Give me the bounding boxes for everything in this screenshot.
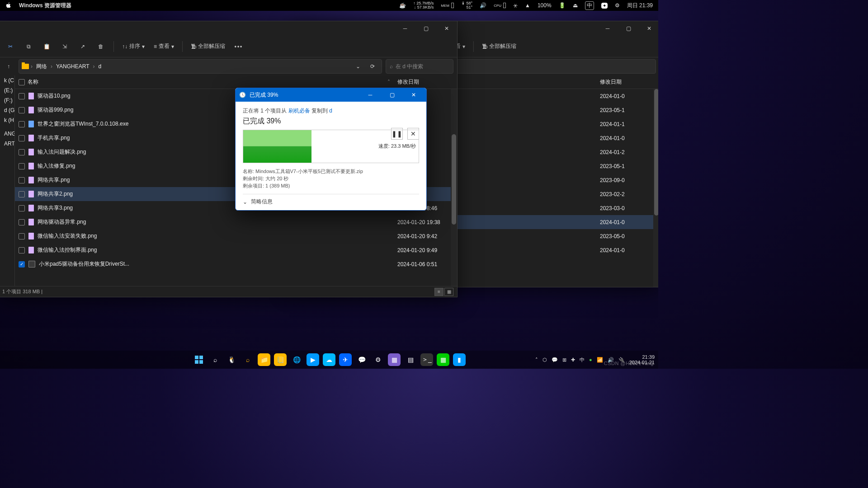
rename-button[interactable]: ⇲ bbox=[57, 38, 73, 55]
row-checkbox[interactable] bbox=[19, 191, 25, 197]
task-app-7[interactable]: ▦ bbox=[388, 353, 401, 366]
settings-icon[interactable]: ⚙ bbox=[372, 353, 384, 366]
dialog-minimize[interactable]: ─ bbox=[361, 88, 379, 102]
extract-button[interactable]: 🗜 全部解压缩 bbox=[478, 38, 520, 55]
icons-view-button[interactable]: ▦ bbox=[444, 288, 453, 296]
table-row[interactable]: 微信输入法控制界面.png2024-01-20 9:49 bbox=[15, 243, 457, 257]
row-checkbox[interactable] bbox=[19, 233, 25, 239]
tray-icon-2[interactable]: ⊞ bbox=[562, 357, 566, 363]
maximize-button[interactable]: ▢ bbox=[618, 21, 639, 36]
history-dropdown[interactable]: ⌄ bbox=[352, 60, 364, 73]
extract-button[interactable]: 🗜 全部解压缩 bbox=[187, 38, 229, 55]
table-row[interactable]: 微信输入法安装失败.png2024-01-20 9:42 bbox=[15, 229, 457, 243]
row-checkbox[interactable] bbox=[19, 163, 25, 169]
row-checkbox[interactable] bbox=[19, 107, 25, 113]
up-button[interactable]: ↑ bbox=[2, 60, 15, 73]
row-checkbox[interactable] bbox=[19, 177, 25, 183]
table-row[interactable]: 网络驱动器异常.png2024-01-20 19:38 bbox=[15, 215, 457, 229]
tray-wechat-icon[interactable]: 💬 bbox=[552, 357, 558, 363]
task-app-10[interactable]: ▮ bbox=[453, 353, 466, 366]
terminal-icon[interactable]: ＞_ bbox=[420, 353, 433, 366]
tray-cross-icon[interactable]: ✚ bbox=[571, 357, 575, 363]
copy-progress-dialog[interactable]: 🕓 已完成 39% ─ ▢ ✕ 正在将 1 个项目从 刷机必备 复制到 d 已完… bbox=[235, 88, 427, 211]
sidebar-item[interactable]: ART bbox=[0, 139, 14, 149]
task-app-3[interactable]: 📒 bbox=[274, 353, 287, 366]
dialog-maximize[interactable]: ▢ bbox=[383, 88, 401, 102]
breadcrumb-a[interactable]: › 网络 › YANGHEART › d ⌄ ⟳ bbox=[19, 59, 382, 74]
sidebar-tree[interactable]: k (C:)(E:)(F:)d (G:)k (H:)ANGART bbox=[0, 75, 15, 286]
sidebar-item[interactable]: k (C:) bbox=[0, 75, 14, 85]
scrollbar-a[interactable] bbox=[451, 89, 457, 286]
row-checkbox[interactable] bbox=[19, 149, 25, 155]
row-checkbox[interactable] bbox=[19, 205, 25, 211]
wechat-icon[interactable]: 💬 bbox=[355, 353, 368, 366]
copy-button[interactable]: ⧉ bbox=[20, 38, 37, 55]
siri-icon[interactable]: ✦ bbox=[601, 3, 608, 9]
dialog-titlebar[interactable]: 🕓 已完成 39% ─ ▢ ✕ bbox=[236, 88, 426, 102]
details-view-button[interactable]: ≡ bbox=[434, 288, 443, 296]
tray-icon[interactable]: ⬡ bbox=[542, 357, 547, 363]
select-all-a[interactable] bbox=[19, 79, 25, 85]
file-date: 2024-01-20 9:42 bbox=[394, 233, 457, 239]
sidebar-item[interactable]: k (H:) bbox=[0, 115, 14, 125]
row-checkbox[interactable] bbox=[19, 121, 25, 127]
task-app-9[interactable]: ▦ bbox=[437, 353, 449, 366]
scrollbar-b[interactable] bbox=[653, 89, 658, 287]
list-header-a[interactable]: 名称˄ 修改日期 bbox=[15, 75, 457, 89]
row-checkbox[interactable] bbox=[19, 247, 25, 253]
sidebar-item[interactable]: ANG bbox=[0, 129, 14, 139]
sidebar-item[interactable]: (F:) bbox=[0, 95, 14, 105]
tray-overflow-icon[interactable]: ˄ bbox=[535, 357, 538, 363]
system-tray[interactable]: ˄ ⬡ 💬 ⊞ ✚ 中 ● 📶 🔊 🔌 21:392024-01-21 bbox=[535, 351, 655, 369]
dialog-meta: 名称: Mindows工具箱V7-小米平板5已测试不要更新.zip 剩余时间: … bbox=[243, 168, 419, 189]
task-app-5[interactable]: ☁ bbox=[323, 353, 335, 366]
sidebar-item[interactable]: d (G:) bbox=[0, 105, 14, 115]
explorer-taskbar-icon[interactable]: 📁 bbox=[258, 353, 270, 366]
window-a-titlebar[interactable]: ─ ▢ ✕ bbox=[0, 21, 457, 36]
delete-button[interactable]: 🗑 bbox=[93, 38, 109, 55]
ime-icon[interactable]: 中 bbox=[585, 1, 594, 10]
clock[interactable]: 周日 21:39 bbox=[627, 2, 653, 9]
row-checkbox[interactable] bbox=[19, 93, 25, 99]
paste-button[interactable]: 📋 bbox=[38, 38, 55, 55]
maximize-button[interactable]: ▢ bbox=[415, 21, 436, 36]
file-date: 2024-01-0 bbox=[596, 135, 658, 141]
minimize-button[interactable]: ─ bbox=[395, 21, 415, 36]
tray-disc-icon[interactable]: ● bbox=[589, 357, 592, 362]
wifi-icon[interactable]: ▲ bbox=[525, 2, 530, 9]
tray-wifi-icon[interactable]: 📶 bbox=[597, 357, 603, 363]
close-button[interactable]: ✕ bbox=[639, 21, 658, 36]
edge-icon[interactable]: 🌐 bbox=[290, 353, 303, 366]
minimize-button[interactable]: ─ bbox=[597, 21, 618, 36]
cut-button[interactable]: ✂ bbox=[2, 38, 19, 55]
start-button[interactable] bbox=[193, 353, 205, 366]
search-button[interactable]: ⌕ bbox=[209, 353, 222, 366]
overflow-button[interactable]: ••• bbox=[231, 38, 247, 55]
tray-ime[interactable]: 中 bbox=[580, 357, 585, 363]
row-checkbox[interactable]: ✓ bbox=[19, 261, 25, 267]
task-app-6[interactable]: ✈ bbox=[339, 353, 352, 366]
volume-icon[interactable]: 🔊 bbox=[480, 2, 486, 9]
task-app-8[interactable]: ▤ bbox=[404, 353, 417, 366]
control-center-icon[interactable]: ⚙ bbox=[615, 2, 620, 9]
view-menu[interactable]: ≡ 查看 ▾ bbox=[150, 38, 178, 55]
task-app-2[interactable]: ⌕ bbox=[241, 353, 254, 366]
statusbar-a: 1 个项目 318 MB | ≡ ▦ bbox=[0, 286, 457, 297]
task-app-4[interactable]: ▶ bbox=[307, 353, 319, 366]
sort-menu[interactable]: ↑↓ 排序 ▾ bbox=[118, 38, 148, 55]
task-app-1[interactable]: 🐧 bbox=[225, 353, 238, 366]
search-input[interactable]: ⌕ 在 d 中搜索 bbox=[386, 59, 453, 74]
sidebar-item[interactable]: (E:) bbox=[0, 85, 14, 95]
table-row[interactable]: ✓小米pad5驱动备份用来恢复DriverSt...2024-01-06 0:5… bbox=[15, 257, 457, 271]
row-checkbox[interactable] bbox=[19, 219, 25, 225]
dialog-close[interactable]: ✕ bbox=[405, 88, 423, 102]
row-checkbox[interactable] bbox=[19, 135, 25, 141]
sidebar-item[interactable] bbox=[0, 125, 14, 129]
collapse-toggle[interactable]: ⌄ 简略信息 bbox=[243, 194, 419, 206]
eject-icon[interactable]: ⏏ bbox=[573, 2, 578, 9]
bluetooth-icon[interactable]: ⚹ bbox=[513, 2, 518, 9]
share-button[interactable]: ↗ bbox=[75, 38, 91, 55]
close-button[interactable]: ✕ bbox=[436, 21, 457, 36]
watermark: CSDN @H2021Yang bbox=[604, 361, 654, 366]
refresh-button[interactable]: ⟳ bbox=[366, 60, 379, 73]
